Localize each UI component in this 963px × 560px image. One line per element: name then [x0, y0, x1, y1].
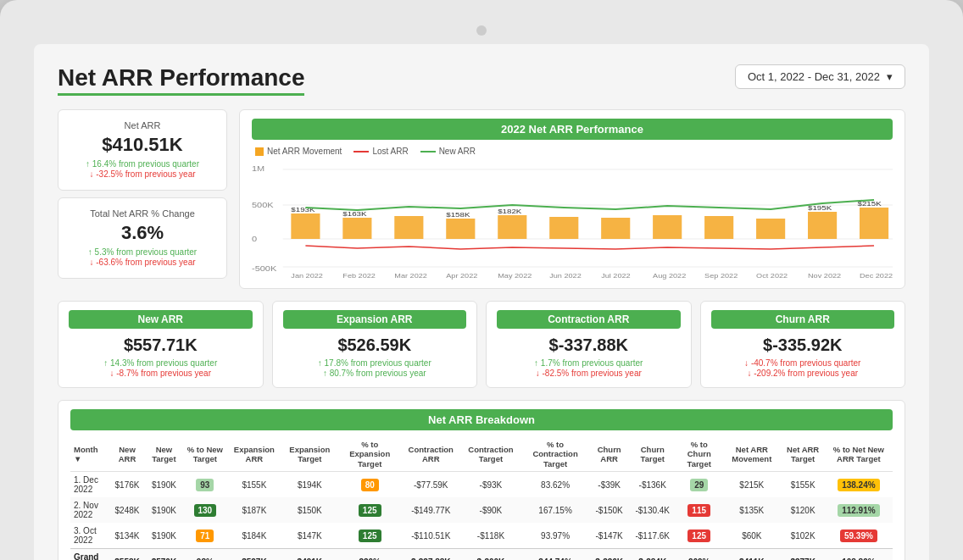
- svg-rect-9: [342, 218, 371, 239]
- svg-text:Jul 2022: Jul 2022: [601, 272, 631, 280]
- cell-exp-arr: $184K: [227, 523, 281, 549]
- cell-pct-exp: 125: [338, 523, 402, 549]
- legend-new-arr-label: New ARR: [439, 147, 476, 156]
- legend-net-arr-movement-label: Net ARR Movement: [267, 147, 342, 156]
- col-new-arr: New ARR: [109, 437, 145, 472]
- svg-text:1M: 1M: [252, 164, 264, 173]
- net-arr-pct-qoq: ↑ 5.3% from previous quarter: [70, 247, 214, 257]
- col-pct-new: % to New Target: [183, 437, 227, 472]
- cell-pct-con: 83.62%: [521, 472, 589, 498]
- cell-gt-net-target: $377K: [781, 549, 824, 560]
- cell-gt-new-arr: $558K: [109, 549, 145, 560]
- cell-pct-net: 138.24%: [825, 472, 893, 498]
- cell-churn-target: -$117.6K: [629, 523, 676, 549]
- page-title: Net ARR Performance: [58, 64, 304, 96]
- cell-con-arr: -$110.51K: [402, 523, 460, 549]
- svg-rect-14: [601, 218, 630, 239]
- cell-con-target: -$93K: [460, 472, 521, 498]
- cell-pct-exp: 125: [338, 497, 402, 523]
- expansion-arr-yoy: ↑ 80.7% from previous year: [283, 369, 467, 378]
- cell-exp-target: $147K: [281, 523, 338, 549]
- cell-new-arr: $134K: [109, 523, 145, 549]
- svg-rect-13: [549, 217, 578, 239]
- cell-pct-con: 167.15%: [521, 497, 589, 523]
- laptop-camera: [476, 25, 487, 36]
- breakdown-title: Net ARR Breakdown: [70, 409, 893, 430]
- cell-pct-net: 112.91%: [825, 497, 893, 523]
- cell-churn-target: -$130.4K: [629, 497, 676, 523]
- chart-area: 1M 500K 0 -500K: [252, 161, 893, 280]
- svg-text:Jun 2022: Jun 2022: [549, 272, 582, 280]
- new-arr-qoq: ↑ 14.3% from previous quarter: [69, 358, 253, 368]
- cell-gt-pct-net: 108.89%: [825, 549, 893, 560]
- cell-churn-arr: -$147K: [589, 523, 629, 549]
- col-exp-arr: Expansion ARR: [227, 437, 281, 472]
- col-month[interactable]: Month ▼: [70, 437, 109, 472]
- cell-gt-churn-target: $-384K: [629, 549, 676, 560]
- churn-arr-card: Churn ARR $-335.92K ↓ -40.7% from previo…: [700, 301, 906, 388]
- contraction-arr-card: Contraction ARR $-337.88K ↑ 1.7% from pr…: [486, 301, 692, 388]
- cell-pct-churn: 29: [676, 472, 722, 498]
- net-arr-pct-value: 3.6%: [70, 222, 214, 244]
- svg-rect-17: [756, 219, 785, 239]
- svg-text:Jan 2022: Jan 2022: [291, 272, 323, 280]
- col-net-movement: Net ARR Movement: [722, 437, 781, 472]
- cell-pct-new: 71: [183, 523, 227, 549]
- col-con-arr: Contraction ARR: [402, 437, 460, 472]
- net-arr-qoq: ↑ 16.4% from previous quarter: [70, 159, 214, 169]
- svg-text:$163K: $163K: [342, 210, 366, 218]
- cell-month: 1. Dec 2022: [70, 472, 109, 498]
- cell-month: 2. Nov 2022: [70, 497, 109, 523]
- table-row: 1. Dec 2022 $176K $190K 93 $155K $194K 8…: [70, 472, 893, 498]
- svg-text:May 2022: May 2022: [498, 272, 532, 280]
- cell-gt-pct-con: 344.74%: [521, 549, 589, 560]
- svg-text:Nov 2022: Nov 2022: [808, 272, 842, 280]
- net-arr-label: Net ARR: [70, 120, 214, 130]
- table-header-row: Month ▼ New ARR New Target % to New Targ…: [70, 437, 893, 472]
- svg-rect-16: [704, 216, 733, 239]
- cell-con-target: -$118K: [460, 523, 521, 549]
- cell-new-target: $190K: [145, 497, 183, 523]
- expansion-arr-qoq: ↑ 17.8% from previous quarter: [283, 358, 467, 368]
- svg-rect-8: [291, 213, 320, 239]
- svg-rect-19: [860, 208, 888, 239]
- expansion-arr-card: Expansion ARR $526.59K ↑ 17.8% from prev…: [272, 301, 478, 388]
- svg-rect-15: [653, 215, 682, 239]
- breakdown-table: Month ▼ New ARR New Target % to New Targ…: [70, 437, 893, 560]
- cell-new-target: $190K: [145, 472, 183, 498]
- bar-icon: [255, 147, 264, 156]
- contraction-arr-qoq: ↑ 1.7% from previous quarter: [497, 358, 681, 368]
- chart-title: 2022 Net ARR Performance: [252, 119, 893, 140]
- date-range-label: Oct 1, 2022 - Dec 31, 2022: [748, 70, 880, 83]
- net-arr-pct-yoy: ↓ -63.6% from previous year: [70, 258, 214, 267]
- cell-net-movement: $215K: [722, 472, 781, 498]
- svg-text:Mar 2022: Mar 2022: [394, 272, 427, 280]
- cell-gt-pct-churn: 269%: [676, 549, 722, 560]
- cell-gt-con-arr: $-337.88K: [402, 549, 460, 560]
- net-arr-pct-label: Total Net ARR % Change: [70, 208, 214, 219]
- svg-text:Aug 2022: Aug 2022: [653, 272, 687, 280]
- churn-arr-qoq: ↓ -40.7% from previous quarter: [711, 358, 895, 368]
- cell-exp-target: $194K: [281, 472, 338, 498]
- cell-exp-arr: $187K: [227, 497, 281, 523]
- cell-net-target: $102K: [781, 523, 824, 549]
- churn-arr-yoy: ↓ -209.2% from previous year: [711, 369, 895, 378]
- contraction-arr-value: $-337.88K: [497, 335, 681, 355]
- svg-rect-10: [394, 216, 423, 239]
- col-churn-target: Churn Target: [629, 437, 676, 472]
- col-pct-con: % to Contraction Target: [521, 437, 589, 472]
- cell-gt-new-target: $570K: [145, 549, 183, 560]
- legend-lost-arr-label: Lost ARR: [372, 147, 408, 156]
- cell-net-target: $155K: [781, 472, 824, 498]
- chevron-down-icon: ▾: [887, 70, 893, 83]
- cell-con-target: -$90K: [460, 497, 521, 523]
- legend-new-arr: New ARR: [420, 147, 476, 156]
- svg-rect-12: [498, 215, 526, 239]
- new-arr-value: $557.71K: [69, 335, 253, 355]
- cell-gt-net-movement: $411K: [722, 549, 781, 560]
- header-row: Net ARR Performance Oct 1, 2022 - Dec 31…: [58, 64, 905, 96]
- date-picker[interactable]: Oct 1, 2022 - Dec 31, 2022 ▾: [735, 64, 905, 89]
- cell-pct-new: 93: [183, 472, 227, 498]
- cell-net-target: $120K: [781, 497, 824, 523]
- contraction-arr-header: Contraction ARR: [497, 310, 681, 329]
